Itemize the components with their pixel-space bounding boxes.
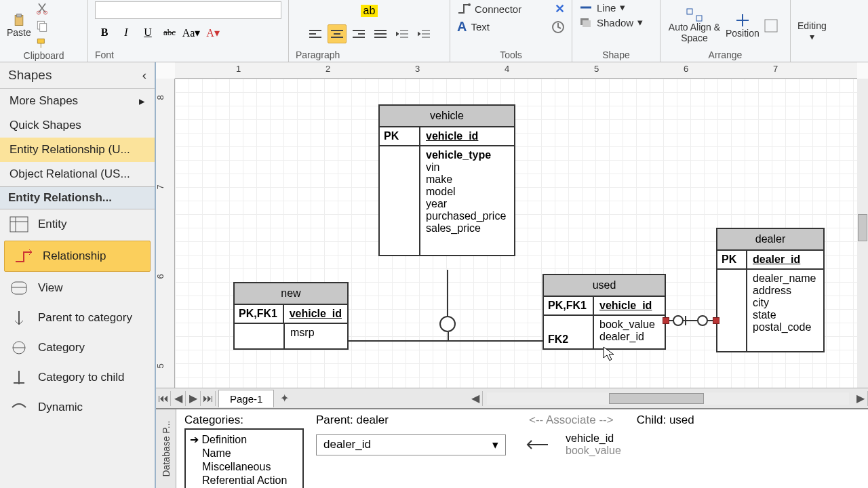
connector-vehicle-down[interactable] bbox=[447, 270, 448, 317]
cut-icon[interactable] bbox=[35, 1, 49, 15]
child-field-1[interactable]: book_value bbox=[566, 445, 621, 457]
associate-button[interactable]: <-- Associate --> bbox=[522, 413, 620, 427]
text-tool-icon: A bbox=[457, 19, 467, 35]
page-tab-1[interactable]: Page-1 bbox=[218, 390, 274, 407]
paste-button[interactable]: Paste bbox=[7, 14, 31, 38]
format-painter-icon[interactable] bbox=[35, 37, 49, 50]
entity-dealer[interactable]: dealer PKdealer_id dealer_name address c… bbox=[716, 228, 825, 352]
quick-shapes-item[interactable]: Quick Shapes bbox=[0, 113, 155, 138]
object-relational-stencil[interactable]: Object Relational (US... bbox=[0, 162, 155, 186]
connector-icon bbox=[457, 3, 471, 14]
svg-rect-16 bbox=[12, 282, 26, 294]
position-button[interactable]: Position bbox=[726, 13, 760, 39]
stencil-parent-to-category[interactable]: Parent to category bbox=[0, 303, 155, 333]
hscroll-left[interactable]: ◀ bbox=[468, 391, 483, 406]
connector-cardinality-2 bbox=[697, 315, 708, 326]
indent-inc-button[interactable] bbox=[414, 24, 433, 43]
arrange-group-label: Arrange bbox=[667, 49, 783, 62]
editing-button[interactable]: Editing▾ bbox=[797, 20, 827, 42]
italic-button[interactable]: I bbox=[117, 23, 136, 42]
stencil-dynamic[interactable]: Dynamic bbox=[0, 392, 155, 422]
entity-new[interactable]: new PK,FK1vehicle_id msrp bbox=[233, 282, 349, 350]
child-label: Child: used bbox=[637, 413, 694, 427]
child-field-0[interactable]: vehicle_id bbox=[566, 432, 621, 445]
stencil-entity[interactable]: Entity bbox=[0, 209, 155, 239]
subtype-circle[interactable] bbox=[439, 316, 456, 332]
connector-close-button[interactable]: ✕ bbox=[555, 1, 565, 16]
bold-button[interactable]: B bbox=[95, 23, 114, 42]
db-panel-side-label: Database P... bbox=[161, 420, 172, 476]
strike-button[interactable]: abc bbox=[160, 23, 179, 42]
paragraph-group-label: Paragraph bbox=[296, 49, 340, 60]
shadow-menu[interactable]: Shadow ▾ bbox=[579, 16, 653, 28]
align-center-button[interactable] bbox=[328, 24, 347, 43]
svg-point-6 bbox=[468, 3, 471, 6]
font-size-button[interactable]: Aa▾ bbox=[182, 23, 201, 42]
tools-extra-icon[interactable] bbox=[551, 20, 565, 34]
horizontal-scrollbar[interactable] bbox=[487, 392, 849, 405]
svg-rect-12 bbox=[765, 20, 777, 32]
stencil-section-title: Entity Relationsh... bbox=[0, 186, 155, 209]
justify-button[interactable] bbox=[371, 24, 390, 43]
stencil-category-to-child[interactable]: Category to child bbox=[0, 363, 155, 392]
arrange-more-icon[interactable] bbox=[764, 18, 778, 33]
drawing-page[interactable]: vehicle PKvehicle_id vehicle_type vin ma… bbox=[175, 79, 857, 388]
entity-relationship-stencil[interactable]: Entity Relationship (U... bbox=[0, 138, 155, 162]
cat-referential[interactable]: Referential Action bbox=[191, 474, 297, 487]
tab-last-button[interactable]: ⏭ bbox=[201, 391, 216, 406]
entity-used[interactable]: used PK,FK1vehicle_id FK2 book_value dea… bbox=[542, 274, 666, 350]
svg-rect-1 bbox=[17, 14, 22, 17]
categories-list[interactable]: Definition Name Miscellaneous Referentia… bbox=[184, 428, 304, 488]
svg-rect-9 bbox=[583, 20, 591, 27]
stencil-relationship[interactable]: Relationship bbox=[4, 241, 151, 272]
mouse-cursor-icon bbox=[602, 346, 618, 362]
hscroll-right[interactable]: ▶ bbox=[853, 391, 868, 406]
drawing-canvas[interactable]: 1 2 3 4 5 6 7 8 7 6 5 vehicle PKvehicle_… bbox=[156, 62, 868, 388]
vertical-scrollbar[interactable] bbox=[857, 79, 868, 388]
vertical-ruler: 8 7 6 5 bbox=[156, 79, 175, 388]
database-properties-panel: Database P... Categories: Definition Nam… bbox=[156, 408, 868, 488]
connector-label[interactable]: Connector bbox=[475, 3, 521, 15]
svg-rect-5 bbox=[39, 24, 46, 32]
svg-rect-10 bbox=[687, 9, 692, 14]
tab-next-button[interactable]: ▶ bbox=[186, 391, 201, 406]
align-left-button[interactable] bbox=[306, 24, 325, 43]
more-shapes-item[interactable]: More Shapes ▸ bbox=[0, 89, 155, 113]
svg-point-3 bbox=[43, 11, 47, 14]
shapes-collapse-icon[interactable]: ‹ bbox=[142, 68, 146, 83]
horizontal-ruler: 1 2 3 4 5 6 7 bbox=[175, 62, 857, 79]
shapes-panel: Shapes‹ More Shapes ▸ Quick Shapes Entit… bbox=[0, 62, 156, 488]
stencil-view[interactable]: View bbox=[0, 273, 155, 303]
cat-definition[interactable]: Definition bbox=[191, 432, 297, 447]
tab-first-button[interactable]: ⏮ bbox=[156, 391, 171, 406]
cat-name[interactable]: Name bbox=[191, 447, 297, 460]
parent-field-select[interactable]: dealer_id▾ bbox=[316, 434, 506, 455]
new-page-button[interactable]: ✦ bbox=[277, 391, 292, 406]
align-right-button[interactable] bbox=[349, 24, 368, 43]
map-arrow-icon bbox=[522, 438, 549, 451]
font-color-button[interactable]: A▾ bbox=[203, 23, 222, 42]
text-tool-label[interactable]: Text bbox=[471, 21, 490, 33]
entity-vehicle[interactable]: vehicle PKvehicle_id vehicle_type vin ma… bbox=[378, 104, 515, 256]
connector-cardinality-1 bbox=[673, 315, 684, 326]
copy-icon[interactable] bbox=[35, 19, 49, 33]
underline-button[interactable]: U bbox=[138, 23, 157, 42]
auto-align-button[interactable]: Auto Align & Space bbox=[667, 7, 722, 43]
shape-group-label: Shape bbox=[579, 49, 653, 62]
svg-rect-13 bbox=[10, 217, 28, 232]
categories-label: Categories: bbox=[184, 413, 304, 427]
page-tab-strip: ⏮ ◀ ▶ ⏭ Page-1 ✦ ◀ ▶ bbox=[156, 388, 868, 408]
svg-rect-11 bbox=[696, 16, 702, 21]
connector-endpoint-right[interactable] bbox=[713, 317, 719, 324]
stencil-category[interactable]: Category bbox=[0, 333, 155, 363]
connector-subtype-bar bbox=[349, 340, 542, 342]
highlight-button[interactable]: ab bbox=[360, 1, 379, 20]
line-menu[interactable]: Line ▾ bbox=[579, 1, 653, 14]
parent-label: Parent: dealer bbox=[316, 413, 506, 427]
indent-dec-button[interactable] bbox=[393, 24, 412, 43]
cat-misc[interactable]: Miscellaneous bbox=[191, 460, 297, 474]
font-family-dropdown[interactable] bbox=[95, 1, 281, 19]
clipboard-group-label: Clipboard bbox=[7, 50, 81, 62]
tab-prev-button[interactable]: ◀ bbox=[171, 391, 186, 406]
connector-endpoint-left[interactable] bbox=[663, 317, 669, 324]
